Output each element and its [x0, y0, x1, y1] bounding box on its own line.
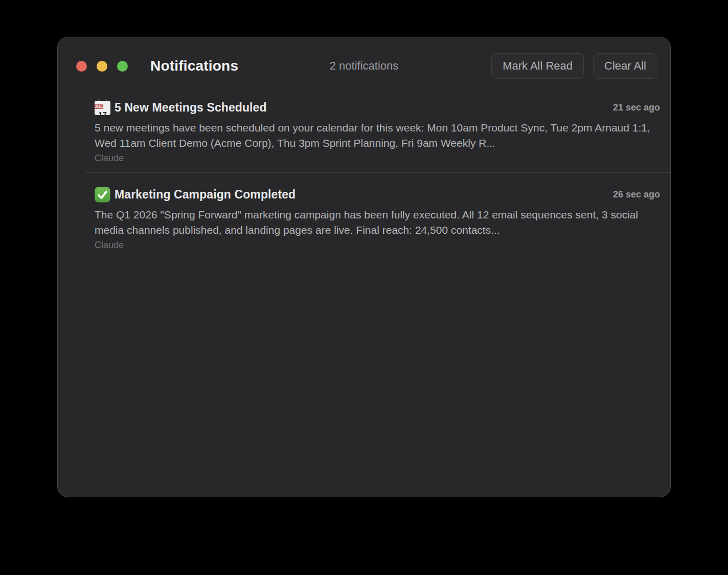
notification-head: JUL 17 5 New Meetings Scheduled 21 sec a… [95, 99, 660, 116]
notification-title: 5 New Meetings Scheduled [115, 101, 267, 115]
zoom-window-button[interactable] [117, 61, 128, 72]
notifications-window: Notifications 2 notifications Mark All R… [57, 37, 671, 497]
notification-row[interactable]: Marketing Campaign Completed 26 sec ago … [58, 173, 670, 259]
notification-source: Claude [95, 153, 660, 164]
close-window-button[interactable] [76, 61, 87, 72]
clear-all-button[interactable]: Clear All [593, 53, 657, 79]
unread-indicator-column [67, 186, 95, 251]
notification-count: 2 notifications [330, 59, 399, 73]
notification-content: Marketing Campaign Completed 26 sec ago … [95, 186, 660, 251]
notification-timestamp: 26 sec ago [603, 189, 660, 200]
notification-body: 5 new meetings have been scheduled on yo… [95, 120, 660, 150]
check-icon [95, 186, 110, 203]
notification-row[interactable]: JUL 17 5 New Meetings Scheduled 21 sec a… [58, 86, 670, 172]
page-title: Notifications [150, 58, 238, 74]
notification-source: Claude [95, 240, 660, 251]
unread-indicator-column [67, 99, 95, 164]
traffic-lights [76, 61, 128, 72]
mark-all-read-button[interactable]: Mark All Read [491, 53, 584, 79]
calendar-icon: JUL 17 [95, 99, 110, 116]
minimize-window-button[interactable] [97, 61, 107, 72]
notification-title: Marketing Campaign Completed [115, 188, 295, 202]
notification-timestamp: 21 sec ago [603, 102, 660, 113]
notification-head: Marketing Campaign Completed 26 sec ago [95, 186, 660, 203]
notification-content: JUL 17 5 New Meetings Scheduled 21 sec a… [95, 99, 660, 164]
window-header: Notifications 2 notifications Mark All R… [58, 53, 670, 79]
notification-body: The Q1 2026 "Spring Forward" marketing c… [95, 207, 660, 237]
header-actions: Mark All Read Clear All [491, 53, 657, 79]
notification-list: JUL 17 5 New Meetings Scheduled 21 sec a… [58, 86, 670, 259]
